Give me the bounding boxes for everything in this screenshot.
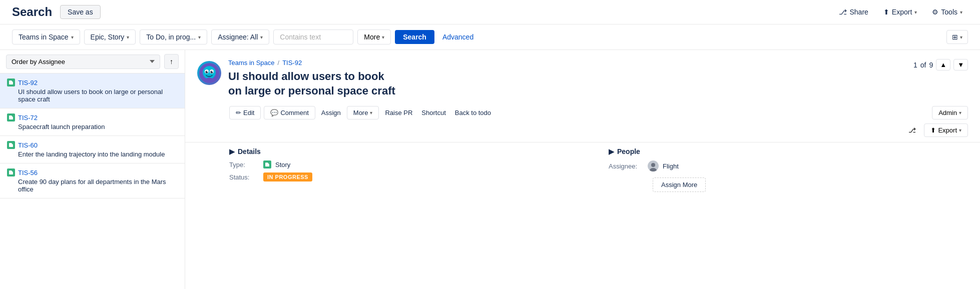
action-secondary-row: ⎇ ⬆ Export ▾	[185, 124, 980, 142]
avatar	[197, 61, 221, 85]
svg-point-8	[206, 78, 212, 80]
assign-more-area: Assign More	[609, 176, 968, 192]
issue-summary: Spacecraft launch preparation	[7, 123, 178, 130]
status-label: Status:	[229, 174, 259, 181]
svg-point-7	[212, 71, 213, 72]
chevron-down-icon: ▾	[370, 110, 372, 116]
story-icon	[7, 78, 15, 86]
main-content: Order by Assignee ↑ TIS-92 UI should all…	[0, 50, 980, 289]
order-asc-button[interactable]: ↑	[164, 54, 179, 69]
issue-summary: Enter the landing trajectory into the la…	[7, 150, 178, 158]
gear-icon: ⚙	[932, 8, 938, 16]
export-icon: ⬆	[883, 8, 889, 16]
details-type-row: Type: Story	[229, 160, 589, 168]
admin-button[interactable]: Admin ▾	[932, 106, 968, 120]
issue-id-link[interactable]: TIS-92	[18, 79, 38, 86]
story-icon	[7, 168, 15, 176]
issue-id-row: TIS-60	[7, 141, 178, 149]
chevron-down-icon: ▾	[382, 34, 384, 40]
type-label: Type:	[229, 161, 259, 168]
type-value: Story	[275, 161, 290, 168]
action-bar: ✏ Edit 💬 Comment Assign More ▾ Raise PR …	[185, 103, 980, 124]
top-right-actions: ⎇ Share ⬆ Export ▾ ⚙ Tools ▾	[833, 5, 968, 19]
left-panel: Order by Assignee ↑ TIS-92 UI should all…	[0, 50, 185, 289]
assign-button[interactable]: Assign	[318, 106, 344, 119]
issue-summary: UI should allow users to book on large o…	[7, 88, 178, 103]
search-button[interactable]: Search	[395, 30, 434, 44]
issue-id-row: TIS-72	[7, 114, 178, 122]
breadcrumb-project-link[interactable]: Teams in Space	[228, 59, 275, 66]
order-bar: Order by Assignee ↑	[0, 50, 185, 74]
issue-title-section: Teams in Space / TIS-92 UI should allow …	[228, 59, 906, 98]
details-column: ▶ Details Type: Story Status: IN PROGRES…	[229, 148, 589, 192]
advanced-button[interactable]: Advanced	[438, 30, 477, 44]
list-item[interactable]: TIS-56 Create 90 day plans for all depar…	[0, 164, 185, 198]
nav-next-button[interactable]: ▼	[953, 59, 968, 70]
chevron-right-icon: ▶	[609, 148, 614, 156]
assignee-row: Assignee: Flight	[609, 160, 968, 172]
assign-more-button[interactable]: Assign More	[653, 178, 706, 192]
comment-icon: 💬	[270, 109, 278, 116]
export-small-button[interactable]: ⬆ Export ▾	[924, 124, 968, 137]
story-icon	[7, 114, 15, 122]
assignee-filter-button[interactable]: Assignee: All ▾	[211, 30, 269, 44]
tools-button[interactable]: ⚙ Tools ▾	[926, 5, 968, 19]
issue-main-title: UI should allow users to book on large o…	[228, 70, 906, 98]
page-title: Search	[12, 5, 52, 19]
nav-counter: 1 of 9 ▲ ▼	[913, 59, 968, 70]
filter-bar: Teams in Space ▾ Epic, Story ▾ To Do, in…	[0, 24, 980, 50]
breadcrumb-issue-link[interactable]: TIS-92	[282, 59, 302, 66]
list-item[interactable]: TIS-92 UI should allow users to book on …	[0, 74, 185, 108]
edit-icon: ✏	[236, 109, 241, 116]
issue-id-link[interactable]: TIS-60	[18, 142, 38, 149]
issue-id-link[interactable]: TIS-56	[18, 169, 38, 176]
breadcrumb: Teams in Space / TIS-92	[228, 59, 906, 66]
shortcut-button[interactable]: Shortcut	[418, 106, 448, 119]
issue-list: TIS-92 UI should allow users to book on …	[0, 74, 185, 289]
chevron-down-icon: ▾	[71, 34, 74, 40]
more-actions-button[interactable]: More ▾	[347, 106, 379, 120]
assignee-label: Assignee:	[609, 162, 644, 170]
view-toggle-button[interactable]: ⊞ ▾	[946, 30, 968, 44]
chevron-down-icon: ▾	[127, 34, 129, 40]
assignee-avatar	[648, 160, 659, 172]
issue-id-row: TIS-92	[7, 78, 178, 86]
status-badge: IN PROGRESS	[263, 172, 312, 182]
svg-point-5	[211, 71, 213, 74]
chevron-down-icon: ▾	[198, 34, 201, 40]
chevron-down-icon: ▾	[959, 128, 961, 133]
issue-summary: Create 90 day plans for all departments …	[7, 178, 178, 193]
sort-asc-icon: ↑	[170, 58, 173, 66]
people-heading: ▶ People	[609, 148, 968, 156]
nav-prev-button[interactable]: ▲	[936, 59, 950, 70]
share-icon: ⎇	[839, 8, 847, 16]
list-item[interactable]: TIS-72 Spacecraft launch preparation	[0, 108, 185, 136]
more-filter-button[interactable]: More ▾	[357, 30, 391, 44]
chevron-down-icon: ▾	[914, 10, 917, 15]
share-button[interactable]: ⎇ Share	[833, 5, 873, 19]
comment-button[interactable]: 💬 Comment	[264, 106, 315, 120]
right-panel: Teams in Space / TIS-92 UI should allow …	[185, 50, 980, 289]
story-icon	[7, 141, 15, 149]
edit-button[interactable]: ✏ Edit	[229, 106, 261, 120]
export-icon: ⬆	[930, 126, 936, 134]
issue-id-link[interactable]: TIS-72	[18, 114, 38, 122]
share-small-button[interactable]: ⎇	[903, 124, 921, 136]
status-filter-button[interactable]: To Do, in prog... ▾	[140, 30, 207, 44]
chevron-down-icon: ▾	[960, 34, 962, 40]
export-button[interactable]: ⬆ Export ▾	[878, 5, 922, 19]
order-select[interactable]: Order by Assignee	[6, 54, 160, 69]
save-as-button[interactable]: Save as	[60, 5, 101, 19]
chevron-down-icon: ▾	[959, 110, 961, 116]
grid-view-icon: ⊞	[952, 33, 958, 41]
list-item[interactable]: TIS-60 Enter the landing trajectory into…	[0, 136, 185, 164]
contains-text-input[interactable]	[273, 30, 353, 44]
type-filter-button[interactable]: Epic, Story ▾	[84, 30, 136, 44]
issue-detail-header: Teams in Space / TIS-92 UI should allow …	[185, 50, 980, 103]
chevron-down-icon: ▾	[960, 10, 962, 15]
back-to-todo-button[interactable]: Back to todo	[452, 106, 494, 119]
project-filter-button[interactable]: Teams in Space ▾	[12, 30, 80, 44]
details-section: ▶ Details Type: Story Status: IN PROGRES…	[185, 142, 980, 197]
raise-pr-button[interactable]: Raise PR	[382, 106, 415, 119]
assignee-name: Flight	[663, 162, 679, 170]
